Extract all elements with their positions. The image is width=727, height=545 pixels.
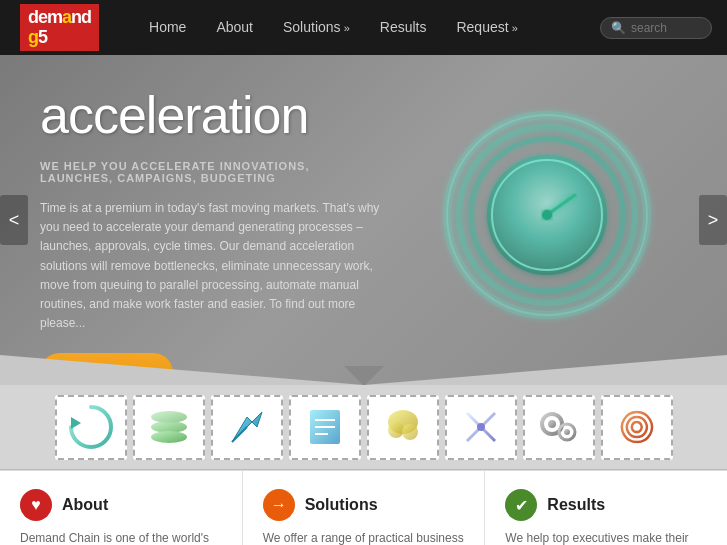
footer-card-about: ♥ About Demand Chain is one of the world… bbox=[0, 471, 243, 545]
search-input[interactable] bbox=[631, 21, 701, 35]
nav-request[interactable]: Request bbox=[446, 0, 527, 56]
icon-thumb-2[interactable] bbox=[133, 395, 205, 460]
search-box[interactable]: 🔍 bbox=[600, 17, 712, 39]
search-icon: 🔍 bbox=[611, 21, 626, 35]
hero-next-button[interactable]: > bbox=[699, 195, 727, 245]
cta-label: read more bbox=[85, 367, 148, 382]
card-header-results: ✔ Results bbox=[505, 489, 707, 521]
hero-prev-button[interactable]: < bbox=[0, 195, 28, 245]
footer-card-solutions: → Solutions We offer a range of practica… bbox=[243, 471, 486, 545]
about-title: About bbox=[62, 496, 108, 514]
card-header-solutions: → Solutions bbox=[263, 489, 465, 521]
solutions-title: Solutions bbox=[305, 496, 378, 514]
nav-about[interactable]: About bbox=[206, 0, 263, 55]
results-title: Results bbox=[547, 496, 605, 514]
results-text: We help top executives make their demand bbox=[505, 529, 707, 545]
nav-results[interactable]: Results bbox=[370, 0, 437, 55]
nav: Home About Solutions Results Request bbox=[139, 0, 528, 56]
solutions-icon: → bbox=[263, 489, 295, 521]
icon-thumb-8[interactable] bbox=[601, 395, 673, 460]
svg-point-30 bbox=[564, 429, 570, 435]
icon-strip bbox=[0, 385, 727, 470]
hero-section: < acceleration WE HELP YOU ACCELERATE IN… bbox=[0, 55, 727, 385]
icon-thumb-3[interactable] bbox=[211, 395, 283, 460]
hero-body: Time is at a premium in today's fast mov… bbox=[40, 199, 380, 333]
hero-image bbox=[437, 85, 697, 345]
svg-point-21 bbox=[402, 424, 418, 440]
svg-marker-9 bbox=[71, 417, 81, 429]
svg-point-26 bbox=[477, 423, 485, 431]
read-more-button[interactable]: ▶ read more bbox=[40, 353, 173, 385]
header: demandg5 Home About Solutions Results Re… bbox=[0, 0, 727, 55]
solutions-text: We offer a range of practical business s… bbox=[263, 529, 465, 545]
card-header-about: ♥ About bbox=[20, 489, 222, 521]
icon-thumb-5[interactable] bbox=[367, 395, 439, 460]
icon-thumb-4[interactable] bbox=[289, 395, 361, 460]
nav-home[interactable]: Home bbox=[139, 0, 196, 55]
svg-point-28 bbox=[548, 420, 556, 428]
svg-point-20 bbox=[388, 422, 404, 438]
hero-title: acceleration bbox=[40, 85, 380, 145]
logo[interactable]: demandg5 bbox=[20, 4, 99, 52]
about-text: Demand Chain is one of the world's leadi… bbox=[20, 529, 222, 545]
svg-point-7 bbox=[542, 210, 552, 220]
play-icon: ▶ bbox=[55, 363, 77, 385]
logo-text: demandg5 bbox=[20, 4, 99, 52]
hero-bottom-arrow bbox=[344, 366, 384, 385]
hero-subtitle: WE HELP YOU ACCELERATE INNOVATIONS, LAUN… bbox=[40, 160, 380, 184]
about-icon: ♥ bbox=[20, 489, 52, 521]
svg-point-12 bbox=[151, 431, 187, 443]
results-icon: ✔ bbox=[505, 489, 537, 521]
footer-cards: ♥ About Demand Chain is one of the world… bbox=[0, 470, 727, 545]
icon-thumb-6[interactable] bbox=[445, 395, 517, 460]
hero-content: acceleration WE HELP YOU ACCELERATE INNO… bbox=[0, 55, 420, 385]
nav-solutions[interactable]: Solutions bbox=[273, 0, 360, 56]
footer-card-results: ✔ Results We help top executives make th… bbox=[485, 471, 727, 545]
icon-thumb-7[interactable] bbox=[523, 395, 595, 460]
clock-svg bbox=[437, 105, 657, 325]
icon-thumb-1[interactable] bbox=[55, 395, 127, 460]
